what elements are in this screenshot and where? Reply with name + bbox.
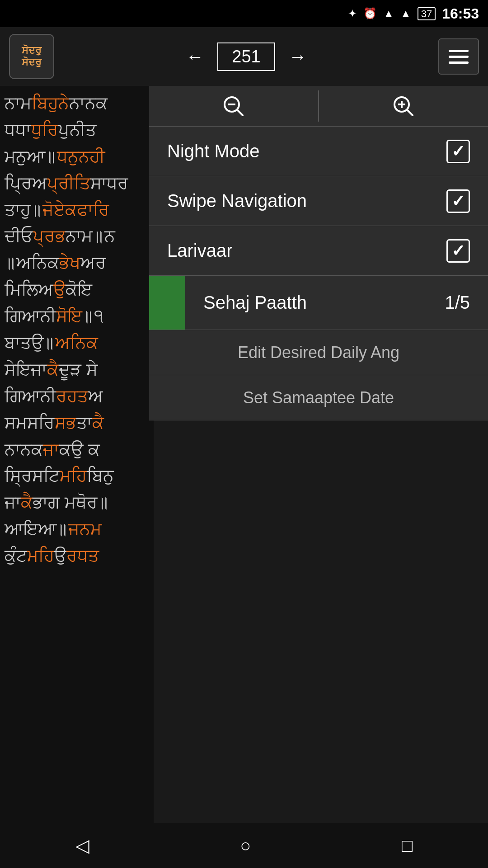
back-nav-button[interactable]: ◁ [75, 835, 89, 856]
back-arrow-button[interactable]: ← [181, 42, 208, 71]
larivaar-checkbox[interactable] [446, 239, 470, 263]
zoom-in-button[interactable] [319, 86, 488, 126]
sehaj-paatth-item[interactable]: Sehaj Paatth 1/5 [149, 276, 488, 330]
swipe-navigation-item[interactable]: Swipe Navigation [149, 176, 488, 226]
text-content: ਨਾਮਬਿਹੁਨੇਨਾਨਕ ਧਧਾਧੁਰਿਪੁਨੀਤ ਮਨੁਆ॥ਧਨੁਨਹੀ ਪ… [0, 86, 154, 823]
zoom-out-button[interactable] [149, 86, 318, 126]
bottom-nav: ◁ ○ □ [0, 823, 488, 868]
set-samaaptee-item[interactable]: Set Samaaptee Date [149, 375, 488, 420]
app-logo: ਸੋਦਰੁ ਸੋਦਰੁ [9, 34, 54, 79]
status-bar: ✦ ⏰ ▲ ▲ 37 16:53 [0, 0, 488, 27]
hamburger-icon [449, 50, 469, 64]
zoom-row [149, 86, 488, 127]
page-number-box[interactable]: 251 [217, 42, 275, 71]
night-mode-checkbox[interactable] [446, 140, 470, 163]
status-time: 16:53 [442, 5, 479, 22]
night-mode-label: Night Mode [167, 141, 260, 161]
dropdown-menu: Night Mode Swipe Navigation Larivaar Seh… [149, 86, 488, 420]
svg-line-2 [237, 110, 243, 115]
nav-controls: ← 251 → [54, 42, 438, 71]
edit-desired-label: Edit Desired Daily Ang [238, 343, 399, 362]
alarm-icon: ⏰ [363, 7, 377, 20]
sehaj-paatth-label: Sehaj Paatth [203, 292, 307, 313]
top-bar: ਸੋਦਰੁ ਸੋਦਰੁ ← 251 → [0, 27, 488, 86]
battery-icon: 37 [418, 7, 436, 20]
wifi-icon: ▲ [383, 7, 394, 20]
signal-icon: ▲ [400, 7, 411, 20]
larivaar-label: Larivaar [167, 241, 233, 261]
swipe-navigation-label: Swipe Navigation [167, 191, 307, 211]
night-mode-item[interactable]: Night Mode [149, 127, 488, 176]
main-area: ਨਾਮਬਿਹੁਨੇਨਾਨਕ ਧਧਾਧੁਰਿਪੁਨੀਤ ਮਨੁਆ॥ਧਨੁਨਹੀ ਪ… [0, 86, 488, 823]
svg-line-6 [407, 110, 413, 115]
recent-nav-button[interactable]: □ [402, 835, 413, 856]
menu-button[interactable] [438, 38, 479, 75]
larivaar-item[interactable]: Larivaar [149, 226, 488, 276]
sehaj-content: Sehaj Paatth 1/5 [185, 292, 488, 313]
edit-desired-item[interactable]: Edit Desired Daily Ang [149, 330, 488, 375]
sehaj-paatth-count: 1/5 [445, 292, 470, 313]
forward-arrow-button[interactable]: → [284, 42, 311, 71]
bluetooth-icon: ✦ [348, 7, 357, 20]
swipe-navigation-checkbox[interactable] [446, 189, 470, 213]
set-samaaptee-label: Set Samaaptee Date [243, 388, 394, 407]
sehaj-green-bar [149, 276, 185, 330]
home-nav-button[interactable]: ○ [240, 835, 251, 856]
